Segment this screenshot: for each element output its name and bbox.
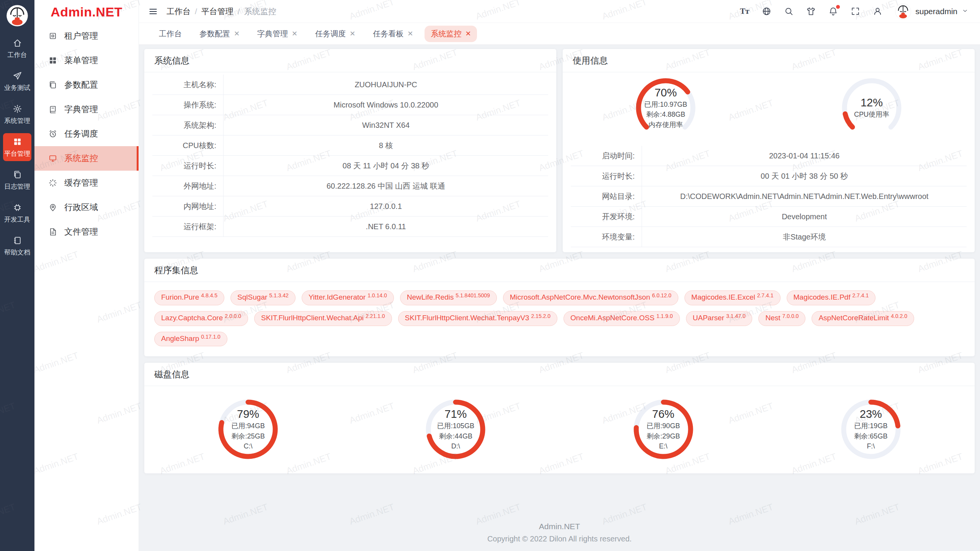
sidebar-item-cache[interactable]: 缓存管理 <box>34 171 139 195</box>
sidebar-item-param[interactable]: 参数配置 <box>34 73 139 97</box>
user-avatar <box>895 3 911 20</box>
assembly-version: 4.8.4.5 <box>201 292 217 299</box>
assembly-version: 0.17.1.0 <box>201 334 220 340</box>
sidebar-item-label: 任务调度 <box>64 128 98 140</box>
assembly-tag: Magicodes.IE.Pdf2.7.4.1 <box>787 290 876 305</box>
disk-gauge-0: 79%已用:94GB剩余:25GBC:\ <box>216 397 281 462</box>
tabs-bar: 工作台参数配置✕字典管理✕任务调度✕任务看板✕系统监控✕ <box>139 23 980 45</box>
tab-label: 参数配置 <box>199 29 230 39</box>
assemblies-card: 程序集信息 Furion.Pure4.8.4.5SqlSugar5.1.3.42… <box>144 258 975 357</box>
tab-close-icon[interactable]: ✕ <box>407 30 413 37</box>
info-row: 环境变量:非Stage环境 <box>571 227 967 247</box>
rail-item-sys-mgmt[interactable]: 系统管理 <box>3 100 31 128</box>
gear-icon <box>13 104 22 114</box>
assembly-tag: OnceMi.AspNetCore.OSS1.1.9.0 <box>564 311 679 326</box>
info-row: 运行时长:00 天 01 小时 38 分 50 秒 <box>571 166 967 186</box>
gauge-line: 剩余:44GB <box>439 432 472 441</box>
breadcrumb-item-workbench[interactable]: 工作台 <box>167 6 191 17</box>
sidebar-item-region[interactable]: 行政区域 <box>34 195 139 220</box>
tab-工作台[interactable]: 工作台 <box>153 26 188 42</box>
notification-badge <box>836 5 840 9</box>
sidebar-logo: Admin.NET <box>34 0 139 24</box>
info-row: 运行框架:.NET 6.0.11 <box>152 217 548 237</box>
assembly-tag: Lazy.Captcha.Core2.0.0.0 <box>154 311 248 326</box>
search-icon[interactable] <box>784 7 794 16</box>
user-menu[interactable]: superadmin <box>895 3 969 20</box>
sidebar-item-dict[interactable]: 字典管理 <box>34 97 139 122</box>
assembly-name: Furion.Pure <box>161 293 199 302</box>
assembly-version: 2.7.4.1 <box>757 292 774 299</box>
gauge-line: 剩余:25GB <box>232 432 265 441</box>
breadcrumb-item-platform[interactable]: 平台管理 <box>201 6 234 17</box>
gauge-percent: 70% <box>655 86 677 99</box>
grid-icon <box>13 137 22 147</box>
assembly-tag: SKIT.FlurlHttpClient.Wechat.TenpayV32.15… <box>398 311 558 326</box>
location-icon <box>48 203 57 212</box>
sidebar-item-task[interactable]: 任务调度 <box>34 122 139 146</box>
info-value: ZUOHUAIJUN-PC <box>224 75 548 95</box>
tab-任务看板[interactable]: 任务看板✕ <box>367 26 419 42</box>
rail-item-label: 系统管理 <box>4 116 30 125</box>
copy-icon <box>48 80 57 90</box>
sidebar-item-file[interactable]: 文件管理 <box>34 220 139 244</box>
gauge-line: 剩余:29GB <box>647 432 680 441</box>
usage-info-table: 启动时间:2023-01-04 11:15:46运行时长:00 天 01 小时 … <box>571 146 967 247</box>
assemblies-title: 程序集信息 <box>144 259 975 282</box>
rail-item-workbench[interactable]: 工作台 <box>3 34 31 62</box>
assembly-version: 7.0.0.0 <box>782 313 799 320</box>
sidebar-item-monitor[interactable]: 系统监控 <box>34 146 139 171</box>
rail-item-log-mgmt[interactable]: 日志管理 <box>3 166 31 194</box>
info-row: 操作系统:Microsoft Windows 10.0.22000 <box>152 95 548 115</box>
sidebar-item-label: 租户管理 <box>64 30 98 42</box>
font-size-icon[interactable]: Tт <box>740 7 749 16</box>
app-logo[interactable] <box>6 5 28 27</box>
breadcrumb-separator: / <box>238 7 240 16</box>
info-label: 主机名称: <box>152 75 224 95</box>
notification-icon[interactable] <box>828 7 838 16</box>
tab-close-icon[interactable]: ✕ <box>292 30 297 37</box>
rail-item-platform-mgmt[interactable]: 平台管理 <box>3 133 31 161</box>
info-row: 内网地址:127.0.0.1 <box>152 196 548 217</box>
assembly-name: Magicodes.IE.Pdf <box>794 293 851 302</box>
info-value: Win32NT X64 <box>224 115 548 135</box>
info-value: 00 天 01 小时 38 分 50 秒 <box>642 166 967 186</box>
tab-label: 字典管理 <box>257 29 288 39</box>
sidebar-item-tenant[interactable]: 租户管理 <box>34 24 139 48</box>
menu-collapse-icon[interactable] <box>148 7 158 16</box>
tenant-icon <box>48 31 57 41</box>
tab-label: 任务看板 <box>373 29 403 39</box>
tab-系统监控[interactable]: 系统监控✕ <box>425 26 477 42</box>
topbar-actions: Tтsuperadmin <box>740 3 969 20</box>
info-label: 操作系统: <box>152 95 224 115</box>
cpu-usage-gauge: 12%CPU使用率 <box>839 75 904 140</box>
breadcrumb-item-current: 系统监控 <box>244 6 276 17</box>
tab-close-icon[interactable]: ✕ <box>234 30 240 37</box>
user-icon[interactable] <box>873 7 882 16</box>
rail-item-help-docs[interactable]: 帮助文档 <box>3 232 31 260</box>
info-value: 8 核 <box>224 135 548 155</box>
assembly-tag: UAParser3.1.47.0 <box>686 311 753 326</box>
theme-icon[interactable] <box>806 7 816 16</box>
tab-参数配置[interactable]: 参数配置✕ <box>193 26 246 42</box>
gauge-line: 剩余:65GB <box>854 432 887 441</box>
gauge-percent: 79% <box>237 408 259 421</box>
tab-close-icon[interactable]: ✕ <box>465 30 471 37</box>
rail-item-biz-test[interactable]: 业务测试 <box>3 67 31 95</box>
assembly-name: Lazy.Captcha.Core <box>161 314 223 323</box>
info-row: 运行时长:08 天 11 小时 04 分 38 秒 <box>152 156 548 176</box>
assembly-tag: Nest7.0.0.0 <box>758 311 805 326</box>
info-value: 2023-01-04 11:15:46 <box>642 146 967 166</box>
tab-close-icon[interactable]: ✕ <box>350 30 355 37</box>
info-label: 外网地址: <box>152 176 224 196</box>
sidebar-item-label: 缓存管理 <box>64 177 98 189</box>
tab-字典管理[interactable]: 字典管理✕ <box>251 26 304 42</box>
sidebar-item-menu[interactable]: 菜单管理 <box>34 48 139 73</box>
info-row: 系统架构:Win32NT X64 <box>152 115 548 135</box>
fullscreen-icon[interactable] <box>851 7 860 16</box>
gauge-line: 已用:105GB <box>437 421 474 430</box>
assembly-name: OnceMi.AspNetCore.OSS <box>570 314 655 323</box>
language-icon[interactable] <box>762 7 771 16</box>
assembly-name: AngleSharp <box>161 334 199 343</box>
tab-任务调度[interactable]: 任务调度✕ <box>309 26 361 42</box>
rail-item-dev-tools[interactable]: 开发工具 <box>3 199 31 227</box>
